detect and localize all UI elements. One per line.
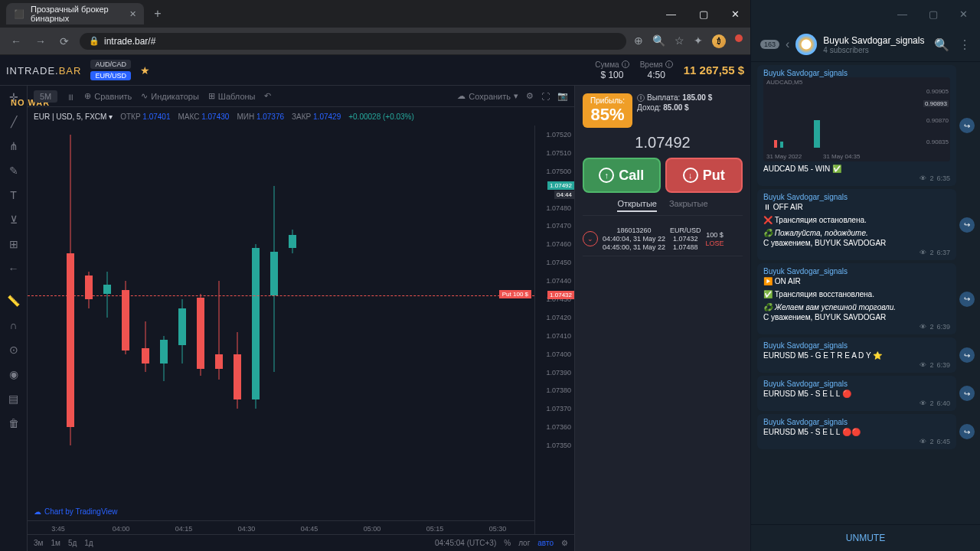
pct-button[interactable]: %	[504, 539, 511, 547]
tab-title: Прозрачный брокер бинарных	[31, 5, 123, 23]
y-axis: 1.075201.075101.075001.074801.074701.074…	[534, 126, 574, 534]
compare-button[interactable]: ⊕ Сравнить	[84, 91, 132, 101]
chart-area: 5М ⫼ ⊕ Сравнить ∿ Индикаторы ⊞ Шаблоны ↶…	[28, 86, 574, 551]
tf-1d[interactable]: 1д	[84, 539, 93, 547]
templates-button[interactable]: ⊞ Шаблоны	[208, 91, 256, 101]
telegram-window: — ▢ ✕ 163 ‹ Buyuk Savdogar_signals 4 sub…	[750, 0, 980, 551]
tradingview-credit[interactable]: ☁ Chart by TradingView	[34, 507, 117, 516]
magnet-icon[interactable]: ∩	[5, 318, 23, 332]
zoom-icon[interactable]: 🔍	[652, 34, 665, 48]
brush-icon[interactable]: ✎	[5, 164, 23, 178]
balance: 11 267,55 $	[684, 64, 744, 77]
save-button[interactable]: ☁ Сохранить ▾	[457, 91, 518, 101]
tab-closed[interactable]: Закрытые	[669, 199, 708, 212]
message[interactable]: Buyuk Savdogar_signalsEURUSD M5 - S E L …	[757, 376, 956, 411]
trash-icon[interactable]: 🗑	[5, 416, 23, 430]
message[interactable]: Buyuk Savdogar_signalsEURUSD M5 - S E L …	[757, 414, 956, 449]
share-icon[interactable]: ↪	[959, 424, 975, 439]
extension-gold-icon[interactable]: ₿	[712, 34, 726, 48]
chart-settings-icon[interactable]: ⚙	[561, 539, 568, 547]
search-icon[interactable]: 🔍	[934, 37, 949, 52]
forecast-icon[interactable]: ⊞	[5, 237, 23, 251]
settings-icon[interactable]: ⚙	[526, 91, 534, 101]
close-icon[interactable]: ✕	[129, 9, 136, 19]
ticker-change: +0.00028 (+0.03%)	[348, 112, 414, 121]
share-icon[interactable]: ↪	[959, 217, 975, 233]
unmute-button[interactable]: UNMUTE	[751, 524, 980, 551]
timeframe-select[interactable]: 5М	[34, 90, 57, 103]
tg-minimize-icon[interactable]: —	[893, 7, 912, 21]
tg-close-icon[interactable]: ✕	[955, 7, 972, 21]
layers-icon[interactable]: ▤	[5, 392, 23, 406]
close-window-icon[interactable]: ✕	[727, 7, 744, 21]
share-icon[interactable]: ↪	[959, 386, 975, 401]
sum-value[interactable]: $ 100	[595, 70, 629, 80]
fullscreen-icon[interactable]: ⛶	[541, 91, 550, 101]
info-icon[interactable]: i	[665, 60, 673, 68]
indicators-button[interactable]: ∿ Индикаторы	[141, 91, 199, 101]
log-button[interactable]: лог	[518, 539, 530, 547]
ticker-symbol[interactable]: EUR | USD, 5, FXCM ▾	[34, 112, 113, 121]
channel-avatar[interactable]	[795, 34, 817, 55]
pattern-icon[interactable]: ⊻	[5, 213, 23, 227]
position-row[interactable]: ⌄ 186013260 04:40:04, 31 May 22 04:45:00…	[583, 222, 743, 256]
fib-icon[interactable]: ⋔	[5, 139, 23, 153]
telegram-header[interactable]: 163 ‹ Buyuk Savdogar_signals 4 subscribe…	[751, 28, 980, 62]
message[interactable]: Buyuk Savdogar_signals▶️ ON AIR✅ Трансля…	[757, 263, 956, 334]
more-icon[interactable]: ⋮	[959, 37, 971, 52]
eye-icon[interactable]: ◉	[5, 367, 23, 381]
text-icon[interactable]: T	[5, 188, 23, 202]
tf-1m[interactable]: 1м	[51, 539, 60, 547]
subscriber-count: 4 subscribers	[823, 46, 924, 54]
reload-icon[interactable]: ⟳	[57, 32, 72, 51]
message-list[interactable]: Buyuk Savdogar_signals AUDCAD,M5 0.90905…	[751, 62, 980, 524]
forward-icon[interactable]: →	[32, 32, 49, 51]
browser-tab[interactable]: ⬛ Прозрачный брокер бинарных ✕	[6, 3, 144, 24]
extensions-icon[interactable]: ✦	[694, 34, 703, 48]
back-icon[interactable]: ←	[8, 32, 24, 51]
tf-5d[interactable]: 5д	[68, 539, 77, 547]
put-button[interactable]: ↓Put	[665, 158, 743, 193]
message[interactable]: Buyuk Savdogar_signals AUDCAD,M5 0.90905…	[757, 65, 956, 186]
share-icon[interactable]: ↪	[959, 292, 975, 307]
message[interactable]: Buyuk Savdogar_signalsEURUSD M5 - G E T …	[757, 337, 956, 373]
trendline-icon[interactable]: ╱	[5, 115, 23, 129]
share-icon[interactable]: ↪	[959, 347, 975, 363]
tab-bar: ⬛ Прозрачный брокер бинарных ✕ + — ▢ ✕	[0, 0, 750, 28]
chart-canvas[interactable]: 1.075201.075101.075001.074801.074701.074…	[28, 126, 574, 534]
time-label: Время	[640, 60, 663, 69]
maximize-icon[interactable]: ▢	[694, 7, 713, 21]
tab-open[interactable]: Открытые	[617, 199, 657, 212]
tg-maximize-icon[interactable]: ▢	[924, 7, 942, 21]
call-button[interactable]: ↑Call	[583, 158, 661, 193]
bookmark-icon[interactable]: ☆	[675, 34, 684, 48]
candle-type-icon[interactable]: ⫼	[67, 92, 75, 101]
minimize-icon[interactable]: —	[662, 7, 681, 21]
trade-panel: Прибыль: 85% i Выплата: 185.00 $ Доход: …	[574, 86, 750, 551]
down-arrow-icon: ↓	[683, 168, 698, 183]
sum-label: Сумма	[595, 60, 619, 69]
back-tool-icon[interactable]: ←	[5, 262, 23, 276]
channel-name: Buyuk Savdogar_signals	[823, 35, 924, 46]
message[interactable]: Buyuk Savdogar_signals⏸ OFF AIR❌ Трансля…	[757, 189, 956, 260]
lock-tool-icon[interactable]: ⊙	[5, 343, 23, 357]
auto-button[interactable]: авто	[537, 539, 554, 547]
chevron-left-icon[interactable]: ‹	[786, 37, 789, 51]
camera-icon[interactable]: 📷	[557, 91, 568, 101]
url-input[interactable]: 🔒 intrade.bar/#	[80, 33, 626, 50]
info-icon[interactable]: i	[622, 60, 629, 68]
new-tab-button[interactable]: +	[149, 5, 167, 23]
pair-eurusd[interactable]: EUR/USD	[90, 71, 131, 80]
tf-3m[interactable]: 3м	[34, 539, 43, 547]
translate-icon[interactable]: ⊕	[634, 34, 643, 48]
ruler-icon[interactable]: 📏	[5, 294, 23, 308]
time-value[interactable]: 4:50	[640, 70, 673, 80]
pair-audcad[interactable]: AUD/CAD	[90, 60, 131, 69]
share-icon[interactable]: ↪	[959, 118, 975, 133]
info-icon[interactable]: i	[637, 94, 645, 102]
undo-icon[interactable]: ↶	[264, 91, 271, 101]
chart-footer: 3м 1м 5д 1д 04:45:04 (UTC+3) % лог авто …	[28, 534, 574, 551]
drawing-tools: ✛ ╱ ⋔ ✎ T ⊻ ⊞ ← 📏 ∩ ⊙ ◉ ▤ 🗑	[0, 86, 28, 551]
favorite-icon[interactable]: ★	[140, 64, 150, 77]
extension-red-icon[interactable]	[735, 34, 743, 42]
